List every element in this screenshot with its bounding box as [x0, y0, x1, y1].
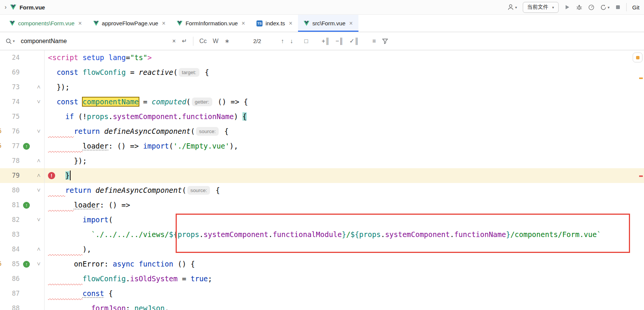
code-line-85[interactable]: 685↑˅ onError: async function () { [0, 257, 644, 271]
close-icon[interactable]: × [78, 20, 82, 27]
gutter-marker-icon[interactable]: ↑ [23, 143, 30, 150]
code-line-81[interactable]: 81↑ loader: () => [0, 198, 644, 212]
line-number[interactable]: 24 [0, 50, 20, 65]
error-squiggle [48, 201, 74, 209]
newline-icon[interactable]: ↵ [182, 37, 187, 45]
add-occurrence-button[interactable]: +║ [322, 38, 330, 45]
vue-icon [9, 21, 15, 26]
line-number[interactable]: 69 [0, 65, 20, 80]
line-number[interactable]: 77 [0, 139, 20, 153]
fold-up-icon[interactable]: ˄ [33, 242, 45, 257]
tab-src-form-vue[interactable]: src\Form.vue× [298, 15, 358, 32]
tab-components-form-vue[interactable]: components\Form.vue× [4, 15, 88, 32]
line-number[interactable]: 73 [0, 80, 20, 95]
code-line-76[interactable]: 676˅ return defineAsyncComponent(source:… [0, 124, 644, 139]
run-button[interactable] [564, 4, 570, 10]
profiler-button[interactable] [588, 4, 595, 11]
run-configuration-selector[interactable]: 当前文件 ▾ [523, 2, 559, 13]
fold-down-icon[interactable]: ˅ [33, 95, 45, 109]
fold-down-icon[interactable]: ˅ [33, 124, 45, 139]
line-number[interactable]: 87 [0, 286, 20, 301]
rerun-button[interactable]: ▾ [600, 4, 610, 11]
line-number[interactable]: 82 [0, 212, 20, 227]
fold-up-icon[interactable]: ˄ [33, 80, 45, 95]
line-number[interactable]: 76 [0, 124, 20, 139]
line-number[interactable]: 80 [0, 183, 20, 198]
code-line-75[interactable]: 75 if (!props.systemComponent.functionNa… [0, 109, 644, 124]
parameter-hint[interactable]: source: [187, 186, 210, 195]
regex-toggle[interactable]: ∗ [224, 37, 229, 45]
error-stripe-error-mark[interactable] [639, 175, 643, 177]
tab-approveflowpage-vue[interactable]: approveFlowPage.vue× [88, 15, 171, 32]
code-line-78[interactable]: 78˄ }); [0, 153, 644, 168]
code-line-83[interactable]: 83 `./../../../views/${props.systemCompo… [0, 227, 644, 242]
code-line-73[interactable]: 73˄ }); [0, 80, 644, 95]
parameter-hint[interactable]: getter: [192, 98, 212, 106]
search-in-selection-toggle[interactable]: □ [304, 38, 308, 45]
match-case-toggle[interactable]: Cc [199, 38, 207, 45]
code-line-79[interactable]: 79˄! } [0, 168, 644, 183]
code-text: onError: async function () { [45, 257, 644, 271]
chevron-down-icon: ▾ [515, 5, 517, 9]
code-token: : [104, 260, 113, 268]
code-line-24[interactable]: 24<script setup lang="ts"> [0, 50, 644, 65]
line-number[interactable]: 84 [0, 242, 20, 257]
close-icon[interactable]: × [242, 20, 245, 27]
code-line-88[interactable]: 88 formJson: newJson, [0, 301, 644, 310]
stop-button[interactable] [615, 5, 621, 10]
code-line-84[interactable]: 84˄ ), [0, 242, 644, 257]
code-line-80[interactable]: 80˅ return defineAsyncComponent(source: … [0, 183, 644, 198]
line-number[interactable]: 83 [0, 227, 20, 242]
code-line-86[interactable]: 86 flowConfig.isOldSystem = true; [0, 271, 644, 286]
line-number[interactable]: 85 [0, 257, 20, 271]
tab-index-ts[interactable]: TSindex.ts× [251, 15, 298, 32]
close-icon[interactable]: × [162, 20, 165, 27]
code-token: . [268, 230, 272, 239]
fold-down-icon[interactable]: ˅ [33, 183, 45, 198]
code-line-87[interactable]: 87 const { [0, 286, 644, 301]
next-match-button[interactable]: ↓ [290, 38, 293, 45]
fold-down-icon[interactable]: ˅ [33, 257, 45, 271]
tab-forminformation-vue[interactable]: FormInformation.vue× [171, 15, 251, 32]
line-number[interactable]: 75 [0, 109, 20, 124]
line-number[interactable]: 74 [0, 95, 20, 109]
stop-icon [615, 5, 621, 10]
line-number[interactable]: 86 [0, 271, 20, 286]
git-menu[interactable]: Git [632, 4, 639, 11]
debug-button[interactable] [576, 4, 582, 11]
gutter-marker-icon[interactable]: ↑ [23, 261, 30, 268]
search-icon[interactable]: ▾ [5, 38, 15, 45]
close-icon[interactable]: × [349, 20, 352, 27]
select-all-occurrences-button[interactable]: ✓║ [349, 37, 359, 45]
gutter-marker-icon[interactable]: ↑ [23, 202, 30, 209]
error-icon[interactable]: ! [48, 172, 55, 179]
parameter-hint[interactable]: target: [179, 68, 199, 77]
search-options-icon[interactable]: ≡ [372, 38, 376, 45]
previous-match-button[interactable]: ↑ [281, 38, 284, 45]
parameter-hint[interactable]: source: [196, 127, 219, 136]
filter-icon[interactable] [382, 38, 388, 44]
code-token [134, 260, 139, 268]
inspections-widget[interactable] [633, 53, 642, 62]
code-line-69[interactable]: 69 const flowConfig = reactive(target: { [0, 65, 644, 80]
code-line-74[interactable]: 74˅ const componentName = computed(gette… [0, 95, 644, 109]
fold-up-icon[interactable]: ˄ [33, 153, 45, 168]
error-stripe-warning-mark[interactable] [639, 78, 643, 79]
code-line-77[interactable]: 577↑ loader: () => import('./Empty.vue')… [0, 139, 644, 153]
fold-down-icon[interactable]: ˅ [33, 212, 45, 227]
line-number[interactable]: 88 [0, 301, 20, 310]
line-number[interactable]: 78 [0, 153, 20, 168]
code-line-82[interactable]: 82˅ import( [0, 212, 644, 227]
remove-occurrence-button[interactable]: −║ [335, 38, 343, 45]
close-icon[interactable]: × [289, 20, 292, 27]
profile-menu-button[interactable]: ▾ [507, 4, 517, 11]
line-number[interactable]: 81 [0, 198, 20, 212]
search-input[interactable]: componentName [21, 38, 166, 45]
code-token: }); [57, 83, 69, 91]
code-token: . [126, 274, 130, 283]
clear-search-icon[interactable]: × [172, 38, 176, 45]
error-squiggle [48, 127, 74, 135]
fold-up-icon[interactable]: ˄ [33, 168, 45, 183]
whole-words-toggle[interactable]: W [213, 38, 218, 45]
line-number[interactable]: 79 [0, 168, 20, 183]
